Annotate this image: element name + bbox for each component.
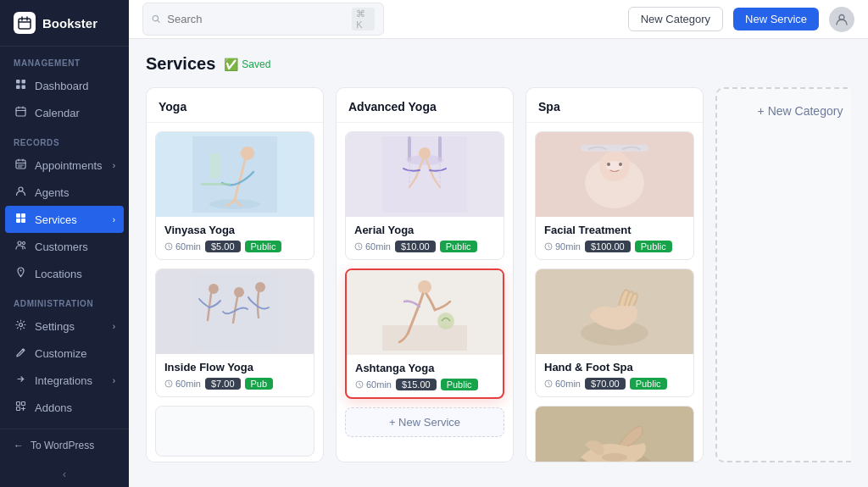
- svg-rect-16: [16, 402, 19, 406]
- aerial-img-svg: [382, 136, 467, 213]
- locations-icon: [14, 267, 27, 280]
- svg-rect-11: [21, 219, 25, 223]
- inside-flow-duration: 60min: [164, 379, 201, 389]
- column-spa-body: Facial Treatment 90min $100.00 Public: [526, 123, 703, 462]
- aerial-price: $10.00: [395, 241, 436, 252]
- sidebar-item-agents[interactable]: Agents: [0, 179, 129, 206]
- inside-flow-price: $7.00: [205, 378, 241, 390]
- search-input[interactable]: [167, 13, 345, 25]
- hand-foot-body: Hand & Foot Spa 60min $70.00 Public: [536, 354, 693, 396]
- massage-image: [536, 407, 693, 462]
- search-box[interactable]: ⌘ K: [142, 3, 384, 36]
- services-chevron: ›: [113, 215, 115, 224]
- inside-flow-visibility: Pub: [245, 378, 274, 390]
- column-advanced-yoga: Advanced Yoga: [336, 87, 514, 462]
- calendar-icon: [14, 106, 27, 119]
- sidebar-item-addons[interactable]: Addons: [0, 394, 129, 421]
- adv-yoga-add-service-btn[interactable]: + New Service: [345, 407, 504, 437]
- saved-label: Saved: [242, 58, 270, 70]
- addons-label: Addons: [35, 401, 72, 414]
- service-card-facial[interactable]: Facial Treatment 90min $100.00 Public: [535, 131, 694, 260]
- sidebar-item-calendar[interactable]: Calendar: [0, 99, 129, 126]
- sidebar-item-dashboard[interactable]: Dashboard: [0, 72, 129, 99]
- service-card-massage[interactable]: Massage Therapy 90min $150.00 Public: [535, 406, 694, 462]
- service-card-vinyasa[interactable]: Vinyasa Yoga 60min $5.00 Public: [155, 131, 314, 260]
- facial-img-svg: [572, 136, 657, 213]
- aerial-body: Aerial Yoga 60min $10.00 Public: [346, 217, 504, 259]
- svg-point-19: [153, 16, 158, 21]
- sidebar-item-services[interactable]: Services ›: [5, 206, 124, 233]
- svg-point-12: [18, 241, 21, 245]
- settings-label: Settings: [35, 320, 75, 333]
- saved-badge: ✅ Saved: [224, 58, 270, 71]
- inside-flow-name: Inside Flow Yoga: [164, 361, 305, 374]
- new-category-column: + New Category: [715, 87, 851, 462]
- vinyasa-name: Vinyasa Yoga: [164, 224, 305, 236]
- svg-rect-1: [16, 80, 20, 84]
- sidebar-item-locations[interactable]: Locations: [0, 260, 129, 287]
- ashtanga-visibility: Public: [441, 379, 478, 390]
- collapse-icon: ‹: [63, 468, 66, 480]
- svg-point-30: [255, 282, 265, 292]
- facial-duration: 90min: [544, 241, 581, 252]
- vinyasa-image: [156, 132, 314, 217]
- inside-flow-img-svg: [192, 274, 277, 350]
- svg-point-23: [241, 147, 254, 160]
- sidebar-item-appointments[interactable]: Appointments ›: [0, 152, 129, 179]
- sidebar-item-settings[interactable]: Settings ›: [0, 313, 129, 340]
- svg-rect-0: [19, 19, 31, 29]
- column-yoga-header: Yoga: [147, 88, 323, 123]
- hand-foot-image: [536, 269, 693, 354]
- ashtanga-name: Ashtanga Yoga: [355, 362, 494, 374]
- search-icon: [152, 14, 160, 25]
- inside-flow-image: [156, 269, 314, 354]
- svg-point-42: [418, 280, 431, 294]
- management-section-label: Management: [0, 47, 129, 72]
- content-area: Services ✅ Saved Yoga: [129, 39, 868, 487]
- aerial-visibility: Public: [440, 241, 477, 252]
- ashtanga-body: Ashtanga Yoga 60min $15.00 Public: [347, 355, 503, 397]
- sidebar-item-integrations[interactable]: Integrations ›: [0, 367, 129, 394]
- service-card-ashtanga[interactable]: Ashtanga Yoga 60min $15.00 Public: [345, 268, 504, 399]
- svg-rect-25: [209, 153, 220, 179]
- app-name: Bookster: [42, 16, 97, 30]
- service-card-aerial[interactable]: Aerial Yoga 60min $10.00 Public: [345, 131, 504, 260]
- sidebar-collapse-btn[interactable]: ‹: [0, 462, 129, 487]
- agents-icon: [14, 185, 27, 199]
- sidebar-item-customize[interactable]: Customize: [0, 340, 129, 367]
- svg-point-29: [234, 287, 244, 297]
- customize-label: Customize: [35, 347, 86, 360]
- svg-rect-3: [16, 86, 20, 90]
- new-category-button[interactable]: New Category: [628, 7, 723, 31]
- aerial-image: [346, 132, 504, 217]
- hand-foot-img-svg: [572, 274, 657, 350]
- column-advanced-yoga-header: Advanced Yoga: [337, 88, 513, 123]
- hand-foot-name: Hand & Foot Spa: [544, 361, 685, 374]
- settings-chevron: ›: [113, 322, 115, 331]
- sidebar-item-customers[interactable]: Customers: [0, 233, 129, 260]
- svg-point-50: [607, 163, 610, 166]
- service-card-inside-flow[interactable]: Inside Flow Yoga 60min $7.00 Pub: [155, 268, 314, 397]
- massage-img-svg: [572, 411, 657, 462]
- service-card-hand-foot[interactable]: Hand & Foot Spa 60min $70.00 Public: [535, 268, 694, 397]
- new-service-button[interactable]: New Service: [733, 8, 819, 30]
- customers-icon: [14, 240, 27, 253]
- new-category-col-btn[interactable]: + New Category: [715, 87, 851, 462]
- ashtanga-image: [347, 270, 503, 355]
- page-header: Services ✅ Saved: [146, 54, 851, 74]
- svg-rect-18: [16, 407, 19, 411]
- sidebar-logo: Bookster: [0, 0, 129, 47]
- ashtanga-price: $15.00: [396, 379, 437, 390]
- column-spa-header: Spa: [526, 88, 703, 123]
- to-wordpress-link[interactable]: ← To WordPress: [14, 440, 115, 451]
- vinyasa-price: $5.00: [205, 241, 241, 252]
- hand-foot-visibility: Public: [630, 378, 667, 390]
- hand-foot-price: $70.00: [585, 378, 626, 390]
- locations-label: Locations: [35, 268, 82, 280]
- user-avatar[interactable]: [829, 7, 854, 32]
- page-title: Services: [146, 54, 215, 74]
- agents-label: Agents: [35, 186, 69, 199]
- svg-point-58: [602, 453, 627, 462]
- inside-flow-body: Inside Flow Yoga 60min $7.00 Pub: [156, 354, 314, 396]
- sidebar-bottom: ← To WordPress: [0, 429, 129, 462]
